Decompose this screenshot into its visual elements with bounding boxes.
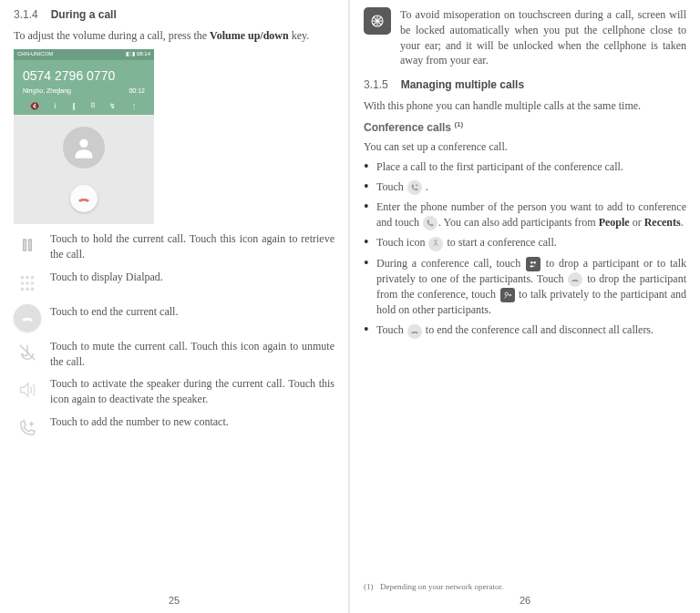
s3bold2: Recents (644, 216, 681, 229)
hangup-button (70, 185, 98, 212)
svg-point-0 (79, 139, 88, 148)
bluetooth-icon: ᚼ (53, 101, 57, 111)
hold-icon (14, 231, 41, 259)
dialpad-desc: Touch to display Dialpad. (50, 270, 335, 285)
more-icon: ⋮ (130, 101, 138, 111)
ear-icon (364, 7, 391, 35)
mute-big-icon (14, 339, 41, 366)
step-6: Touch to end the conference call and dis… (364, 322, 686, 338)
row-mute: Touch to mute the current call. Touch th… (14, 339, 335, 370)
conf-title-text: Conference calls (364, 121, 454, 134)
footnote-text: Depending on your network operator. (380, 581, 503, 593)
mute-icon: 🔇 (30, 101, 39, 111)
svg-point-10 (26, 287, 29, 291)
svg-point-20 (505, 293, 508, 296)
s3or: or (630, 216, 644, 229)
step-5: During a conference call, touch to drop … (364, 256, 686, 319)
footnote-mark: (1) (364, 581, 380, 593)
conf-steps-list: Place a call to the first participant of… (364, 159, 686, 338)
s4b: to start a conference call. (444, 236, 556, 249)
manage-inline-icon (526, 257, 540, 271)
intro-during-call: To adjust the volume during a call, pres… (14, 28, 335, 44)
s4a: Touch icon (376, 236, 427, 249)
avatar (63, 127, 105, 169)
svg-point-7 (26, 281, 29, 285)
row-dialpad: Touch to display Dialpad. (14, 270, 335, 297)
heading-num: 3.1.4 (14, 8, 38, 21)
hold-small-icon: ‖ (72, 101, 76, 111)
mute-desc: Touch to mute the current call. Touch th… (50, 339, 335, 370)
ear-row: To avoid misoperation on touchscreen dur… (364, 7, 686, 68)
conf-intro: You can set up a conference call. (364, 139, 686, 155)
s2b: . (423, 180, 428, 193)
s2a: Touch (376, 180, 407, 193)
call-duration: 00:12 (129, 87, 145, 96)
s6a: Touch (376, 323, 407, 336)
carrier-label: CHN-UNICOM (17, 50, 53, 57)
svg-point-8 (31, 281, 35, 285)
heading-3-1-5: 3.1.5Managing multiple calls (364, 77, 686, 93)
speaker-icon (14, 376, 41, 404)
conf-sup: (1) (454, 120, 463, 128)
end-icon (14, 304, 41, 332)
svg-point-4 (26, 276, 29, 280)
drop-inline-icon (568, 272, 582, 287)
intro-part1: To adjust the volume during a call, pres… (14, 29, 210, 42)
dialpad-icon (14, 270, 41, 297)
merge-inline-icon (428, 237, 443, 251)
addcall-inline-icon (407, 180, 422, 195)
svg-point-9 (21, 287, 25, 291)
call-icons-row: 🔇 ᚼ ‖ ⠿ ↯ ⋮ (23, 96, 145, 111)
multi-intro: With this phone you can handle multiple … (364, 98, 686, 114)
step-1: Place a call to the first participant of… (364, 159, 686, 175)
s6b: to end the conference call and disconnec… (423, 323, 654, 336)
s3bold1: People (599, 216, 630, 229)
heading-num-2: 3.1.5 (364, 78, 388, 91)
row-end: Touch to end the current call. (14, 304, 335, 332)
pagenum-left: 25 (14, 594, 335, 608)
phone-screenshot: CHN-UNICOM ◧ ▮ 08:14 0574 2796 0770 Ning… (14, 49, 154, 225)
heading-text-2: Managing multiple calls (401, 78, 524, 91)
svg-rect-1 (24, 240, 26, 250)
row-speaker: Touch to activate the speaker during the… (14, 376, 335, 407)
ear-desc: To avoid misoperation on touchscreen dur… (400, 7, 686, 68)
row-hold: Touch to hold the current call. Touch th… (14, 231, 335, 262)
page-left: 3.1.4During a call To adjust the volume … (0, 0, 350, 613)
row-addcontact: Touch to add the number to new contact. (14, 414, 335, 442)
footnote: (1) Depending on your network operator. (364, 581, 503, 593)
pagenum-right: 26 (364, 594, 686, 608)
call-number: 0574 2796 0770 (23, 67, 145, 86)
svg-rect-2 (29, 240, 32, 250)
intro-part2: key. (289, 29, 310, 42)
hold-desc: Touch to hold the current call. Touch th… (50, 231, 335, 262)
step-3: Enter the phone number of the person you… (364, 199, 686, 230)
addcontact-desc: Touch to add the number to new contact. (50, 414, 335, 430)
conf-subhead: Conference calls (1) (364, 119, 686, 136)
dial-inline-icon (423, 216, 438, 230)
private-inline-icon (500, 288, 515, 302)
s3b: . You can also add participants from (438, 216, 599, 229)
statusbar: CHN-UNICOM ◧ ▮ 08:14 (14, 49, 154, 60)
svg-point-18 (530, 261, 533, 264)
call-location: Ningbo, Zhejiang (23, 87, 71, 96)
call-body (14, 115, 154, 224)
hangup-inline-icon (407, 324, 422, 339)
s3c: . (681, 216, 684, 229)
svg-point-6 (21, 281, 25, 285)
speaker-desc: Touch to activate the speaker during the… (50, 376, 335, 407)
call-header: 0574 2796 0770 Ningbo, Zhejiang 00:12 🔇 … (14, 60, 154, 116)
addcontact-icon (14, 414, 41, 442)
status-time: 08:14 (137, 51, 150, 56)
svg-point-3 (21, 276, 25, 280)
intro-bold: Volume up/down (210, 29, 289, 42)
end-desc: Touch to end the current call. (50, 304, 335, 320)
step-2: Touch . (364, 179, 686, 195)
heading-text: During a call (51, 8, 117, 21)
status-icons: ◧ ▮ 08:14 (126, 50, 150, 57)
addcall-icon: ↯ (109, 101, 116, 111)
svg-point-11 (31, 287, 35, 291)
dialpad-small-icon: ⠿ (90, 101, 96, 111)
page-right: To avoid misoperation on touchscreen dur… (350, 0, 700, 613)
svg-point-19 (533, 261, 536, 264)
s5a: During a conference call, touch (376, 257, 525, 270)
